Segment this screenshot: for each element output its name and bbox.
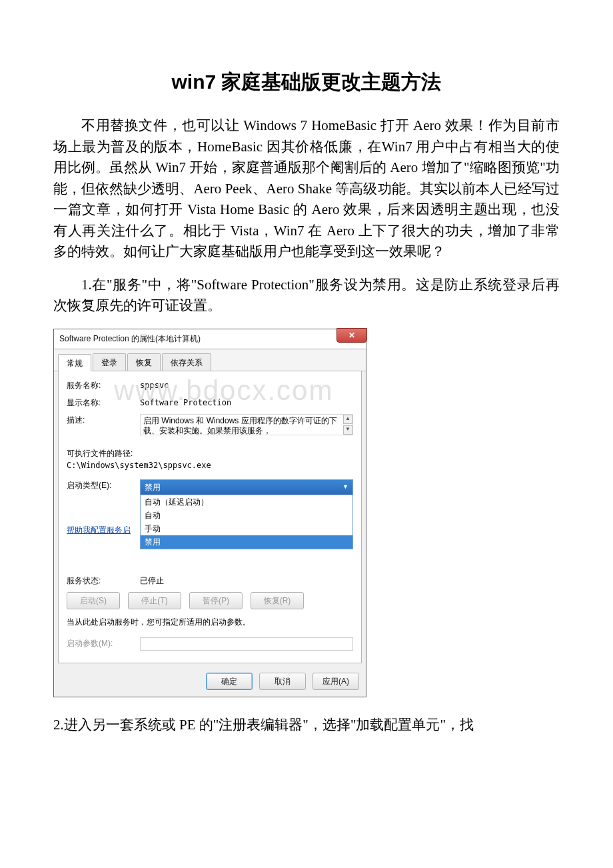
- tab-general[interactable]: 常规: [58, 354, 91, 371]
- label-start-params: 启动参数(M):: [67, 637, 140, 649]
- stop-button[interactable]: 停止(T): [128, 592, 181, 609]
- label-startup-type: 启动类型(E):: [67, 479, 140, 491]
- start-params-hint: 当从此处启动服务时，您可指定所适用的启动参数。: [67, 616, 353, 628]
- dialog-titlebar: Software Protection 的属性(本地计算机) ✕: [54, 329, 366, 349]
- resume-button[interactable]: 恢复(R): [251, 592, 304, 609]
- step-1-text: 1.在"服务"中，将"Software Protection"服务设为禁用。这是…: [53, 275, 560, 317]
- startup-options-list: 自动（延迟启动） 自动 手动 禁用: [141, 495, 352, 549]
- ok-button[interactable]: 确定: [206, 673, 253, 690]
- desc-scrollbar[interactable]: ▲ ▼: [343, 415, 352, 435]
- value-description: 启用 Windows 和 Windows 应用程序的数字许可证的下载、安装和实施…: [143, 416, 337, 435]
- tab-dependencies[interactable]: 依存关系: [162, 353, 211, 371]
- value-exe-path: C:\Windows\system32\sppsvc.exe: [67, 459, 353, 471]
- value-service-name: sppsvc: [140, 379, 353, 391]
- start-params-input[interactable]: [140, 637, 353, 651]
- tab-panel-general: 服务名称: sppsvc 显示名称: Software Protection 描…: [58, 371, 362, 663]
- step-2-text: 2.进入另一套系统或 PE 的"注册表编辑器"，选择"加载配置单元"，找: [53, 715, 560, 736]
- option-auto-delayed[interactable]: 自动（延迟启动）: [141, 495, 352, 509]
- label-service-name: 服务名称:: [67, 379, 140, 391]
- chevron-down-icon: ▼: [342, 483, 348, 492]
- tab-strip: 常规 登录 恢复 依存关系: [54, 349, 366, 371]
- pause-button[interactable]: 暂停(P): [189, 592, 243, 609]
- label-service-status: 服务状态:: [67, 575, 140, 587]
- dialog-window: www.bdocx.com Software Protection 的属性(本地…: [53, 329, 366, 697]
- close-icon: ✕: [348, 329, 355, 341]
- startup-selected-value: 禁用: [145, 481, 161, 493]
- screenshot-service-properties: www.bdocx.com Software Protection 的属性(本地…: [53, 329, 560, 697]
- document-title: win7 家庭基础版更改主题方法: [53, 67, 560, 97]
- option-disabled[interactable]: 禁用: [141, 535, 352, 549]
- tab-logon[interactable]: 登录: [93, 353, 126, 371]
- close-button[interactable]: ✕: [336, 328, 367, 343]
- startup-type-select[interactable]: 禁用 ▼ 自动（延迟启动） 自动 手动 禁用: [140, 479, 353, 549]
- help-link[interactable]: 帮助我配置服务启: [67, 525, 131, 535]
- start-button[interactable]: 启动(S): [67, 592, 120, 609]
- value-display-name: Software Protection: [140, 397, 353, 409]
- value-service-status: 已停止: [140, 575, 353, 587]
- label-description: 描述:: [67, 414, 140, 426]
- intro-paragraph: 不用替换文件，也可以让 Windows 7 HomeBasic 打开 Aero …: [53, 115, 560, 263]
- scroll-down-icon[interactable]: ▼: [343, 425, 352, 435]
- dialog-footer: 确定 取消 应用(A): [54, 667, 366, 697]
- option-auto[interactable]: 自动: [141, 509, 352, 522]
- cancel-button[interactable]: 取消: [259, 673, 306, 690]
- apply-button[interactable]: 应用(A): [312, 673, 359, 690]
- label-exe-path: 可执行文件的路径:: [67, 447, 353, 459]
- label-display-name: 显示名称:: [67, 397, 140, 409]
- scroll-up-icon[interactable]: ▲: [343, 415, 352, 424]
- tab-recovery[interactable]: 恢复: [127, 353, 161, 371]
- dialog-title: Software Protection 的属性(本地计算机): [59, 333, 360, 345]
- description-box: 启用 Windows 和 Windows 应用程序的数字许可证的下载、安装和实施…: [140, 414, 353, 435]
